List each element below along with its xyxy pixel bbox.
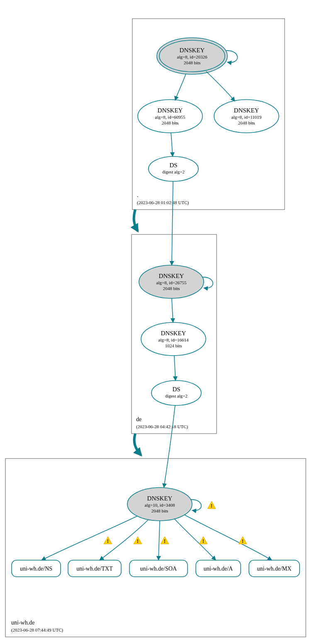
zone-uniwh-box xyxy=(5,459,306,637)
svg-text:2048 bits: 2048 bits xyxy=(184,60,201,65)
edge-uniwh-to-a xyxy=(174,519,216,560)
warning-icon: ! xyxy=(239,537,247,544)
svg-text:DNSKEY: DNSKEY xyxy=(161,330,186,337)
svg-text:2048 bits: 2048 bits xyxy=(151,508,168,513)
edge-de-ksk-to-zsk xyxy=(172,298,173,322)
svg-text:alg=8, id=26755: alg=8, id=26755 xyxy=(156,280,187,285)
edge-root-to-de-zone xyxy=(134,210,138,231)
svg-text:digest alg=2: digest alg=2 xyxy=(162,169,185,174)
edge-uniwh-to-soa xyxy=(158,521,160,560)
svg-text:!: ! xyxy=(211,503,212,509)
svg-text:!: ! xyxy=(137,538,139,544)
edge-de-ds-to-uniwh-ksk xyxy=(164,405,175,488)
svg-text:alg=8, id=11019: alg=8, id=11019 xyxy=(232,115,262,120)
node-root-ds: DS digest alg=2 xyxy=(149,156,198,181)
node-uniwh-soa: uni-wh.de/SOA xyxy=(129,560,188,577)
node-de-dnskey-zsk: DNSKEY alg=8, id=16614 1024 bits xyxy=(141,322,206,356)
warning-icon: ! xyxy=(199,537,207,544)
zone-de-label: de xyxy=(136,416,141,422)
warning-icon: ! xyxy=(207,501,216,509)
zone-uniwh-timestamp: (2023-06-28 07:44:49 UTC) xyxy=(11,627,63,633)
svg-text:!: ! xyxy=(164,538,166,544)
svg-text:digest alg=2: digest alg=2 xyxy=(165,393,188,398)
edge-root-zsk-to-ds xyxy=(171,133,173,156)
node-uniwh-mx: uni-wh.de/MX xyxy=(249,560,300,577)
svg-point-13 xyxy=(149,156,198,181)
svg-text:uni-wh.de/A: uni-wh.de/A xyxy=(204,566,233,572)
node-uniwh-dnskey: DNSKEY alg=10, id=3408 2048 bits xyxy=(127,488,192,521)
edge-de-to-uniwh-zone xyxy=(134,434,141,455)
node-root-dnskey-ksk: DNSKEY alg=8, id=20326 2048 bits xyxy=(157,38,227,74)
svg-point-24 xyxy=(151,381,201,405)
edge-de-zsk-to-ds xyxy=(174,356,176,381)
zone-root-label: . xyxy=(137,192,139,198)
zone-uniwh-label: uni-wh.de xyxy=(11,620,34,626)
svg-text:alg=8, id=60955: alg=8, id=60955 xyxy=(155,115,185,120)
edge-uniwh-to-mx xyxy=(185,515,272,560)
edge-root-ksk-to-left xyxy=(175,74,186,100)
node-root-dnskey-right: DNSKEY alg=8, id=11019 2048 bits xyxy=(214,100,279,133)
edge-uniwh-to-ns xyxy=(41,516,137,560)
node-de-dnskey-ksk: DNSKEY alg=8, id=26755 2048 bits xyxy=(139,265,204,298)
node-de-ds: DS digest alg=2 xyxy=(151,381,201,405)
svg-text:!: ! xyxy=(107,538,109,544)
svg-text:uni-wh.de/SOA: uni-wh.de/SOA xyxy=(140,566,177,572)
svg-text:DS: DS xyxy=(172,386,180,393)
svg-text:2048 bits: 2048 bits xyxy=(162,120,179,125)
svg-text:1024 bits: 1024 bits xyxy=(165,343,182,348)
zone-root-timestamp: (2023-06-28 01:02:48 UTC) xyxy=(137,200,189,205)
svg-text:DNSKEY: DNSKEY xyxy=(147,495,173,502)
edge-root-ds-to-de-ksk xyxy=(172,181,173,265)
edge-root-ksk-to-right xyxy=(206,71,235,101)
svg-text:!: ! xyxy=(202,538,204,544)
svg-text:DNSKEY: DNSKEY xyxy=(180,47,205,54)
svg-text:uni-wh.de/MX: uni-wh.de/MX xyxy=(257,566,292,572)
svg-text:uni-wh.de/TXT: uni-wh.de/TXT xyxy=(76,566,113,572)
svg-text:2048 bits: 2048 bits xyxy=(163,286,180,291)
svg-text:uni-wh.de/NS: uni-wh.de/NS xyxy=(20,566,52,572)
svg-text:2048 bits: 2048 bits xyxy=(238,120,255,125)
svg-text:alg=10, id=3408: alg=10, id=3408 xyxy=(145,503,175,507)
warning-icon: ! xyxy=(161,537,169,544)
svg-text:alg=8, id=16614: alg=8, id=16614 xyxy=(158,337,189,342)
node-root-dnskey-left: DNSKEY alg=8, id=60955 2048 bits xyxy=(138,100,202,133)
svg-text:DNSKEY: DNSKEY xyxy=(158,107,183,114)
node-uniwh-txt: uni-wh.de/TXT xyxy=(68,560,121,577)
warning-icon: ! xyxy=(104,537,112,544)
node-uniwh-ns: uni-wh.de/NS xyxy=(12,560,61,577)
node-uniwh-a: uni-wh.de/A xyxy=(196,560,241,577)
svg-text:DNSKEY: DNSKEY xyxy=(234,107,259,114)
svg-text:DS: DS xyxy=(169,162,177,168)
svg-text:DNSKEY: DNSKEY xyxy=(159,273,184,279)
svg-text:!: ! xyxy=(242,538,244,544)
warning-icon: ! xyxy=(134,537,142,544)
svg-text:alg=8, id=20326: alg=8, id=20326 xyxy=(177,54,207,59)
zone-de-timestamp: (2023-06-28 04:42:18 UTC) xyxy=(136,424,188,429)
